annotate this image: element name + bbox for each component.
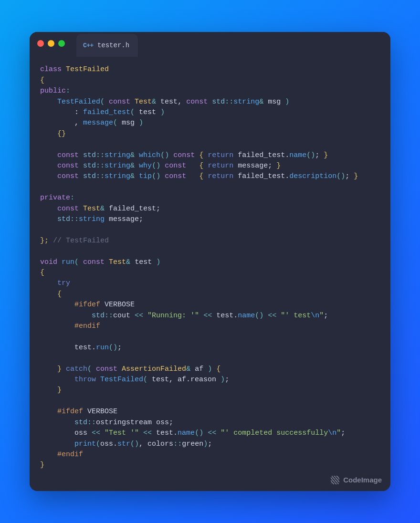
close-icon[interactable] (37, 40, 44, 47)
code-line: } catch( const AssertionFailed& af ) { (40, 364, 380, 375)
code-line: print(oss.str(), colors::green); (40, 439, 380, 450)
code-line: const std::string& which() const { retur… (40, 150, 380, 161)
code-line: void run( const Test& test ) (40, 257, 380, 268)
minimize-icon[interactable] (48, 40, 54, 47)
editor-window: C++ tester.h class TestFailed{public: Te… (30, 32, 390, 491)
code-line: #ifdef VERBOSE (40, 407, 380, 417)
maximize-icon[interactable] (58, 40, 65, 47)
code-line: private: (40, 193, 380, 203)
code-line: {} (40, 129, 380, 139)
code-line: try (40, 278, 380, 289)
code-line: } (40, 385, 380, 396)
code-line: : failed_test( test ) (40, 107, 380, 118)
code-line: }; // TestFailed (40, 236, 380, 246)
tab-filename: tester.h (97, 42, 129, 49)
tab-file[interactable]: C++ tester.h (76, 34, 138, 57)
code-line: } (40, 460, 380, 471)
code-line (40, 353, 380, 364)
code-line: std::cout << "Running: '" << test.name()… (40, 311, 380, 321)
code-line: { (40, 268, 380, 278)
codeimage-logo-icon (331, 476, 339, 484)
code-line: const Test& failed_test; (40, 204, 380, 214)
titlebar: C++ tester.h (30, 32, 390, 55)
watermark-label: CodeImage (343, 476, 382, 484)
window-controls (37, 40, 65, 47)
code-line: oss << "Test '" << test.name() << "' com… (40, 428, 380, 439)
code-line: { (40, 75, 380, 86)
code-line: #endif (40, 321, 380, 332)
code-line (40, 225, 380, 235)
code-line: std::string message; (40, 214, 380, 225)
code-line: std::ostringstream oss; (40, 418, 380, 428)
cpp-file-icon: C++ (83, 42, 94, 49)
code-line: { (40, 289, 380, 300)
code-line: const std::string& why() const { return … (40, 161, 380, 171)
code-line: test.run(); (40, 343, 380, 353)
code-line: class TestFailed (40, 64, 380, 75)
code-line: #endif (40, 450, 380, 460)
code-line (40, 246, 380, 257)
code-line: throw TestFailed( test, af.reason ); (40, 375, 380, 385)
code-line (40, 182, 380, 193)
code-line: #ifdef VERBOSE (40, 300, 380, 310)
code-line (40, 139, 380, 150)
watermark: CodeImage (331, 476, 382, 484)
code-line: , message( msg ) (40, 118, 380, 128)
code-line (40, 332, 380, 342)
code-line: const std::string& tip() const { return … (40, 171, 380, 182)
code-line: TestFailed( const Test& test, const std:… (40, 97, 380, 107)
code-line: public: (40, 86, 380, 96)
code-content: class TestFailed{public: TestFailed( con… (30, 55, 390, 491)
code-line (40, 396, 380, 407)
